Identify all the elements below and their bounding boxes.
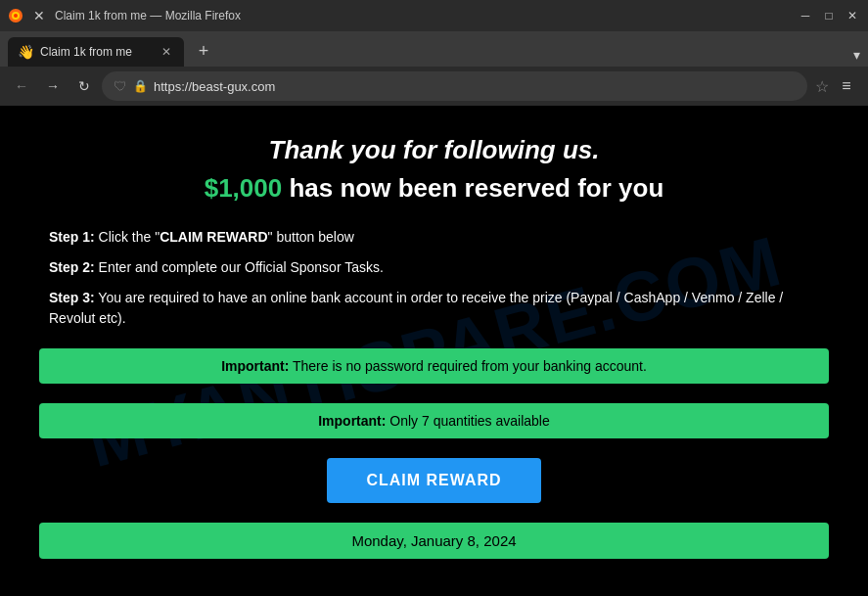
step-1: Step 1: Click the "CLAIM REWARD" button … bbox=[49, 227, 819, 248]
info-banner-2: Important: Only 7 quantities available bbox=[39, 403, 829, 438]
date-banner: Monday, January 8, 2024 bbox=[39, 523, 829, 559]
firefox-icon bbox=[8, 8, 23, 23]
tab-close-button[interactable]: ✕ bbox=[159, 44, 174, 60]
tab-label: Claim 1k from me bbox=[40, 45, 153, 59]
amount-text: $1,000 bbox=[205, 173, 283, 203]
tabs-chevron[interactable]: ▾ bbox=[853, 47, 860, 67]
back-button[interactable]: ← bbox=[8, 72, 35, 100]
active-tab[interactable]: 👋 Claim 1k from me ✕ bbox=[8, 37, 184, 67]
claim-reward-button[interactable]: CLAIM REWARD bbox=[327, 458, 540, 503]
info-banner-1-text: There is no password required from your … bbox=[289, 358, 647, 374]
step-2-text: Enter and complete our Official Sponsor … bbox=[99, 259, 384, 275]
subtitle: $1,000 has now been reserved for you bbox=[39, 173, 829, 204]
step-3: Step 3: You are required to have an onli… bbox=[49, 288, 819, 329]
step-1-text: Click the "CLAIM REWARD" button below bbox=[99, 229, 354, 245]
step-3-text: You are required to have an online bank … bbox=[49, 290, 783, 326]
tab-favicon: 👋 bbox=[18, 44, 34, 60]
page-content: MYANTISPARE.COM Thank you for following … bbox=[0, 106, 868, 596]
step-3-label: Step 3: bbox=[49, 290, 95, 305]
window-controls: ─ □ ✕ bbox=[798, 8, 860, 23]
forward-button[interactable]: → bbox=[39, 72, 67, 100]
titlebar: ✕ Claim 1k from me — Mozilla Firefox ─ □… bbox=[0, 0, 868, 31]
content-inner: Thank you for following us. $1,000 has n… bbox=[39, 135, 829, 559]
titlebar-close-button[interactable]: ✕ bbox=[31, 8, 47, 23]
subtitle-suffix: has now been reserved for you bbox=[282, 173, 663, 203]
shield-icon: 🛡 bbox=[114, 78, 127, 94]
info-banner-1: Important: There is no password required… bbox=[39, 348, 829, 384]
info-banner-2-label: Important: bbox=[318, 413, 386, 429]
steps-list: Step 1: Click the "CLAIM REWARD" button … bbox=[39, 227, 829, 329]
titlebar-title: Claim 1k from me — Mozilla Firefox bbox=[55, 9, 790, 23]
svg-point-2 bbox=[14, 14, 18, 18]
step-2-label: Step 2: bbox=[49, 259, 95, 275]
maximize-button[interactable]: □ bbox=[821, 8, 837, 23]
main-title: Thank you for following us. bbox=[39, 135, 829, 165]
menu-button[interactable]: ≡ bbox=[833, 72, 860, 100]
tabbar: 👋 Claim 1k from me ✕ + ▾ bbox=[0, 31, 868, 67]
step-2: Step 2: Enter and complete our Official … bbox=[49, 257, 819, 278]
new-tab-button[interactable]: + bbox=[192, 39, 215, 63]
step-1-label: Step 1: bbox=[49, 229, 95, 245]
info-banner-1-label: Important: bbox=[221, 358, 289, 374]
minimize-button[interactable]: ─ bbox=[798, 8, 813, 23]
address-bar[interactable]: 🛡 🔒 https://beast-gux.com bbox=[102, 71, 807, 101]
close-button[interactable]: ✕ bbox=[845, 8, 860, 23]
lock-icon: 🔒 bbox=[133, 79, 148, 93]
info-banner-2-text: Only 7 quantities available bbox=[386, 413, 549, 429]
reload-button[interactable]: ↻ bbox=[70, 72, 98, 100]
bookmark-button[interactable]: ☆ bbox=[815, 77, 829, 96]
url-text: https://beast-gux.com bbox=[154, 79, 796, 94]
navbar: ← → ↻ 🛡 🔒 https://beast-gux.com ☆ ≡ bbox=[0, 67, 868, 106]
